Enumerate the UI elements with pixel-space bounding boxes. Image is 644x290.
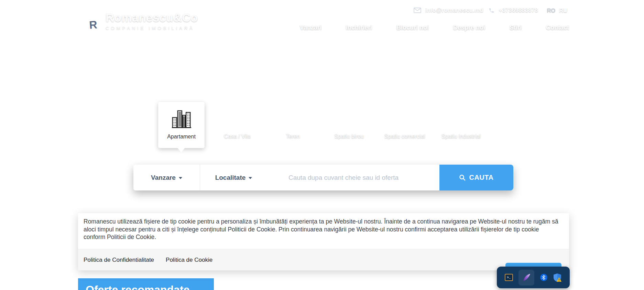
search-input[interactable] xyxy=(267,165,439,190)
terminal-icon[interactable]: >_ xyxy=(505,274,513,281)
lang-ru[interactable]: RU xyxy=(559,7,567,14)
tab-spatiu-industrial[interactable]: Spatiu industrial xyxy=(435,107,487,139)
chevron-down-icon xyxy=(179,177,182,179)
search-button-label: CAUTA xyxy=(469,174,493,182)
lang-ro[interactable]: RO xyxy=(547,7,555,14)
brand-tagline: COMPANIE IMOBILIARĂ xyxy=(106,25,198,31)
tab-label: Spatiu industrial xyxy=(435,133,487,139)
phone-link[interactable]: +37369883878 xyxy=(499,7,538,14)
tab-spatiu-birou[interactable]: Spatiu birou xyxy=(323,107,375,139)
office-towers-icon xyxy=(338,107,360,129)
tab-label: Teren xyxy=(267,133,319,139)
system-tray-flyout: >_ xyxy=(497,267,570,288)
email-link[interactable]: info@romanescu.md xyxy=(425,7,483,14)
search-button[interactable]: CAUTA xyxy=(439,165,513,190)
chevron-down-icon xyxy=(249,177,252,179)
logo[interactable]: R Romanescu&Co COMPANIE IMOBILIARĂ xyxy=(84,12,198,33)
topbar-contact-row: info@romanescu.md +37369883878 RO RU xyxy=(414,7,567,14)
tab-label: Spatiu comercial xyxy=(379,133,430,139)
cookie-message: Romanescu utilizează fișiere de tip cook… xyxy=(78,213,569,241)
main-nav: Vanzari Inchirieri Blocuri noi Despre no… xyxy=(300,24,569,31)
apartment-buildings-icon xyxy=(171,109,192,129)
link-privacy-policy[interactable]: Politica de Confidentialitate xyxy=(84,257,154,263)
active-tab-pointer xyxy=(177,148,185,153)
tab-label: Casa / Vila xyxy=(211,133,263,139)
nav-item-despre-noi[interactable]: Despre noi xyxy=(453,24,485,31)
tab-casa-vila[interactable]: Casa / Vila xyxy=(211,107,263,139)
search-bar: Vanzare Localitate CAUTA xyxy=(133,165,513,190)
search-locality-dropdown[interactable]: Localitate xyxy=(200,165,267,190)
brand-name: Romanescu&Co xyxy=(106,12,198,23)
search-category-value: Vanzare xyxy=(151,174,176,182)
tab-spatiu-comercial[interactable]: Spatiu comercial xyxy=(379,107,430,139)
nav-item-inchirieri[interactable]: Inchirieri xyxy=(346,24,372,31)
cookie-banner: Romanescu utilizează fișiere de tip cook… xyxy=(78,213,569,270)
tab-teren[interactable]: Teren xyxy=(267,107,319,139)
nav-item-vanzari[interactable]: Vanzari xyxy=(300,24,321,31)
logo-house-icon: R xyxy=(84,12,102,33)
property-type-tabs: Apartament Casa / Vila xyxy=(0,102,644,154)
email-icon xyxy=(414,8,421,13)
nav-item-stiri[interactable]: Stiri xyxy=(510,24,522,31)
search-category-dropdown[interactable]: Vanzare xyxy=(133,165,200,190)
link-cookie-policy[interactable]: Politica de Cookie xyxy=(166,257,212,263)
tab-label: Spatiu birou xyxy=(323,133,375,139)
feather-tile[interactable] xyxy=(519,270,534,286)
logo-letter: R xyxy=(84,18,102,32)
nav-item-blocuri-noi[interactable]: Blocuri noi xyxy=(396,24,429,31)
bluetooth-icon[interactable] xyxy=(540,274,547,281)
cookie-footer: Politica de Confidentialitate Politica d… xyxy=(78,249,569,270)
search-icon xyxy=(459,174,466,181)
section-title-oferte: Oferte recomandate xyxy=(78,278,214,290)
page: R Romanescu&Co COMPANIE IMOBILIARĂ info@… xyxy=(0,0,644,290)
tree-land-icon xyxy=(282,107,304,129)
storefront-icon xyxy=(393,107,416,129)
language-switcher: RO RU xyxy=(547,7,567,14)
nav-item-contact[interactable]: Contact xyxy=(546,24,569,31)
security-shield-icon[interactable] xyxy=(553,273,562,282)
house-icon xyxy=(226,107,249,129)
tab-label: Apartament xyxy=(158,134,205,140)
feather-icon xyxy=(521,272,532,283)
industrial-building-icon xyxy=(450,107,472,129)
phone-icon xyxy=(489,8,494,13)
search-locality-value: Localitate xyxy=(215,174,246,182)
tab-apartament[interactable]: Apartament xyxy=(158,102,205,148)
